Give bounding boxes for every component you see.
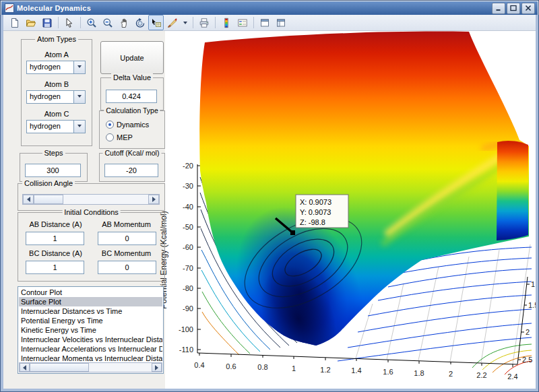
- chevron-down-icon[interactable]: [73, 61, 85, 73]
- update-button-label: Update: [120, 54, 144, 62]
- radio-icon: [106, 133, 114, 141]
- scrollbar-left-arrow[interactable]: [20, 363, 30, 372]
- brush-dropdown-caret[interactable]: [181, 15, 189, 30]
- bc-distance-field[interactable]: 1: [26, 261, 84, 274]
- x-tick-label: 1.6: [383, 368, 393, 376]
- initial-conditions-title: Initial Conditions: [62, 208, 121, 216]
- depth-tick-label: 2.5: [522, 356, 532, 364]
- datatip-marker[interactable]: [290, 230, 295, 235]
- y-tick-labels: -20 -30 -40 -50 -60 -70 -80 -90 -100 -11…: [179, 162, 193, 354]
- zoom-out-button[interactable]: [100, 15, 115, 30]
- rotate-3d-button[interactable]: [132, 15, 148, 30]
- x-tick-label: 2.2: [476, 371, 486, 379]
- open-file-button[interactable]: [23, 15, 38, 30]
- cutoff-field[interactable]: -20: [104, 164, 158, 177]
- arrow-right-icon: [155, 365, 158, 370]
- insert-colorbar-button[interactable]: [218, 15, 234, 30]
- y-tick-label: -70: [183, 264, 193, 272]
- atom-b-select[interactable]: hydrogen: [26, 90, 86, 104]
- show-plot-tools-icon: [276, 18, 286, 28]
- close-icon: [524, 5, 532, 11]
- brush-data-button[interactable]: [164, 15, 180, 30]
- window-icon[interactable]: [5, 3, 14, 13]
- bc-momentum-label: BC Momentum: [94, 249, 158, 257]
- arrow-right-icon: [152, 197, 156, 202]
- list-item[interactable]: Internuclear Distances vs Time: [19, 306, 162, 316]
- x-tick-label: 2: [449, 370, 453, 378]
- minimize-icon: [495, 5, 503, 11]
- atom-a-value: hydrogen: [30, 63, 61, 71]
- list-item[interactable]: Potential Energy vs Time: [19, 316, 162, 325]
- radio-dynamics[interactable]: Dynamics: [106, 120, 149, 129]
- minimize-button[interactable]: [492, 3, 505, 14]
- zoom-out-icon: [102, 18, 113, 28]
- pan-button[interactable]: [116, 15, 131, 30]
- steps-field[interactable]: 300: [25, 164, 81, 177]
- plot-canvas[interactable]: -20 -30 -40 -50 -60 -70 -80 -90 -100 -11…: [165, 30, 537, 390]
- list-item[interactable]: Kinetic Energy vs Time: [19, 325, 162, 335]
- collision-angle-slider[interactable]: [22, 194, 160, 205]
- plot-panel: -20 -30 -40 -50 -60 -70 -80 -90 -100 -11…: [165, 30, 537, 390]
- data-cursor-button[interactable]: [148, 15, 164, 30]
- ab-distance-field[interactable]: 1: [26, 232, 84, 245]
- slider-right-arrow[interactable]: [148, 195, 159, 204]
- x-tick-label: 0.8: [257, 363, 267, 371]
- steps-group: Steps 300: [20, 153, 88, 182]
- delta-value-title: Delta Value: [111, 73, 153, 81]
- list-item[interactable]: Surface Plot: [19, 297, 162, 306]
- contour-line: [368, 295, 532, 316]
- slider-left-arrow[interactable]: [23, 195, 34, 204]
- listbox-horizontal-scrollbar[interactable]: [19, 362, 162, 372]
- datatip-z: Z: -98.8: [300, 218, 325, 226]
- ab-distance-label: AB Distance (A): [24, 220, 88, 228]
- data-cursor-icon: [151, 18, 162, 28]
- edit-plot-button[interactable]: [61, 15, 77, 30]
- titlebar[interactable]: Molecular Dynamics: [1, 1, 538, 15]
- atom-b-value: hydrogen: [30, 92, 61, 100]
- list-item[interactable]: Internuclear Velocities vs Internuclear …: [19, 335, 162, 344]
- save-figure-button[interactable]: [39, 15, 55, 30]
- steps-title: Steps: [42, 149, 65, 157]
- print-icon: [199, 18, 210, 28]
- maximize-button[interactable]: [507, 3, 520, 14]
- insert-legend-button[interactable]: [234, 15, 250, 30]
- depth-tick-label: 1: [531, 280, 535, 288]
- close-button[interactable]: [521, 3, 535, 14]
- depth-tick-label: 2: [526, 328, 530, 336]
- scrollbar-thumb[interactable]: [30, 363, 89, 372]
- x-tick-label: 0.6: [226, 362, 236, 370]
- arrow-left-icon: [23, 365, 26, 370]
- atom-a-select[interactable]: hydrogen: [26, 61, 86, 74]
- chevron-down-icon[interactable]: [73, 121, 85, 133]
- scrollbar-right-arrow[interactable]: [152, 363, 162, 372]
- toolbar-separator: [215, 17, 216, 28]
- surface-cut-face: [497, 141, 528, 240]
- window-controls: [492, 3, 538, 14]
- plot-type-listbox[interactable]: Contour Plot Surface Plot Internuclear D…: [18, 286, 164, 374]
- chevron-down-icon[interactable]: [73, 91, 85, 103]
- maximize-icon: [509, 5, 517, 11]
- zoom-in-button[interactable]: [84, 15, 99, 30]
- ab-momentum-field[interactable]: 0: [98, 232, 156, 245]
- print-figure-button[interactable]: [196, 15, 212, 30]
- radio-mep[interactable]: MEP: [106, 133, 133, 141]
- window-title: Molecular Dynamics: [17, 4, 91, 12]
- hide-plot-tools-button[interactable]: [257, 15, 272, 30]
- toolbar-separator: [253, 17, 254, 28]
- contour-line: [202, 312, 239, 355]
- bc-momentum-field[interactable]: 0: [98, 261, 156, 274]
- show-plot-tools-button[interactable]: [273, 15, 288, 30]
- new-figure-button[interactable]: [7, 15, 22, 30]
- radio-mep-label: MEP: [117, 133, 133, 141]
- y-tick-label: -90: [183, 304, 193, 313]
- delta-value-field[interactable]: 0.424: [106, 90, 157, 103]
- list-item[interactable]: Internuclear Momenta vs Internuclear Dis…: [19, 354, 162, 363]
- list-item[interactable]: Internuclear Accelerations vs Internucle…: [19, 344, 162, 354]
- ab-momentum-label: AB Momentum: [94, 220, 158, 228]
- slider-thumb[interactable]: [34, 195, 63, 204]
- update-button[interactable]: Update: [100, 41, 164, 74]
- atom-c-select[interactable]: hydrogen: [26, 120, 86, 133]
- list-item[interactable]: Contour Plot: [19, 288, 162, 297]
- listbox-items: Contour Plot Surface Plot Internuclear D…: [19, 288, 162, 363]
- toolbar-separator: [80, 17, 81, 28]
